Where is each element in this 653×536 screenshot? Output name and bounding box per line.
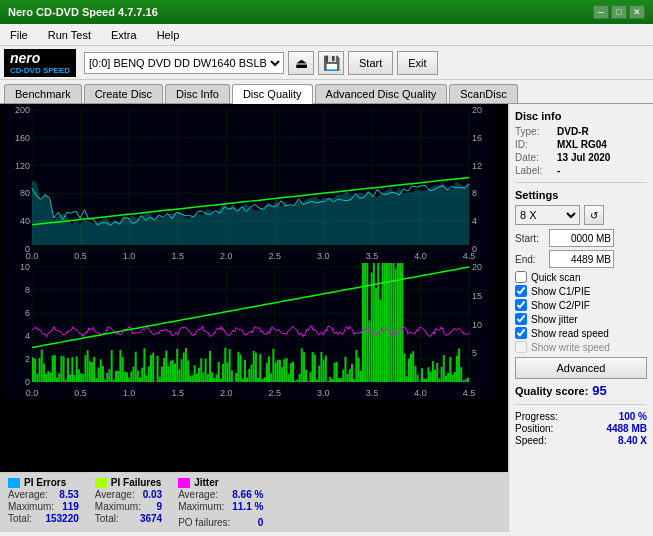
progress-value: 100 %	[619, 411, 647, 422]
pi-errors-label: PI Errors	[24, 477, 66, 488]
legend: PI Errors Average: 8.53 Maximum: 119 Tot…	[0, 472, 508, 532]
menu-help[interactable]: Help	[151, 27, 186, 43]
save-icon-button[interactable]: 💾	[318, 51, 344, 75]
pi-errors-color	[8, 478, 20, 488]
end-mb-label: End:	[515, 254, 545, 265]
settings-title: Settings	[515, 189, 647, 201]
speed-label: Speed:	[515, 435, 547, 446]
end-mb-input[interactable]	[549, 250, 614, 268]
date-label: Date:	[515, 152, 553, 163]
pi-max-value: 119	[62, 501, 79, 512]
show-read-speed-checkbox[interactable]	[515, 327, 527, 339]
disc-label-row: Label: -	[515, 165, 647, 176]
logo-nero: nero	[10, 50, 70, 66]
jitter-max-value: 11.1 %	[232, 501, 263, 512]
speed-row-progress: Speed: 8.40 X	[515, 435, 647, 446]
jitter-avg-value: 8.66 %	[232, 489, 263, 500]
id-label: ID:	[515, 139, 553, 150]
label-value: -	[557, 165, 560, 176]
pif-max-label: Maximum:	[95, 501, 141, 512]
start-button[interactable]: Start	[348, 51, 393, 75]
tab-create-disc[interactable]: Create Disc	[84, 84, 163, 103]
label-label: Label:	[515, 165, 553, 176]
pif-total-label: Total:	[95, 513, 119, 524]
pi-avg-value: 8.53	[59, 489, 78, 500]
pi-failures-color	[95, 478, 107, 488]
app-title: Nero CD-DVD Speed 4.7.7.16	[8, 6, 158, 18]
menu-file[interactable]: File	[4, 27, 34, 43]
quick-scan-label: Quick scan	[531, 272, 580, 283]
show-jitter-checkbox[interactable]	[515, 313, 527, 325]
speed-select[interactable]: 8 X	[515, 205, 580, 225]
eject-icon-button[interactable]: ⏏	[288, 51, 314, 75]
quick-scan-checkbox[interactable]	[515, 271, 527, 283]
menu-run-test[interactable]: Run Test	[42, 27, 97, 43]
jitter-label: Jitter	[194, 477, 218, 488]
tab-scandisc[interactable]: ScanDisc	[449, 84, 517, 103]
tab-disc-quality[interactable]: Disc Quality	[232, 84, 313, 104]
speed-value: 8.40 X	[618, 435, 647, 446]
pi-max-label: Maximum:	[8, 501, 54, 512]
tab-benchmark[interactable]: Benchmark	[4, 84, 82, 103]
show-c2-checkbox[interactable]	[515, 299, 527, 311]
start-mb-row: Start:	[515, 229, 647, 247]
progress-row: Progress: 100 %	[515, 411, 647, 422]
pi-failures-label: PI Failures	[111, 477, 162, 488]
main-content: PI Errors Average: 8.53 Maximum: 119 Tot…	[0, 104, 653, 532]
position-label: Position:	[515, 423, 553, 434]
type-label: Type:	[515, 126, 553, 137]
pi-errors-legend: PI Errors Average: 8.53 Maximum: 119 Tot…	[8, 477, 79, 528]
po-failures-label: PO failures:	[178, 517, 230, 528]
menu-extra[interactable]: Extra	[105, 27, 143, 43]
pif-total-value: 3674	[140, 513, 162, 524]
window-controls: ─ □ ✕	[593, 5, 645, 19]
progress-label: Progress:	[515, 411, 558, 422]
quality-score-label: Quality score:	[515, 385, 588, 397]
show-c2-row: Show C2/PIF	[515, 299, 647, 311]
show-read-speed-label: Show read speed	[531, 328, 609, 339]
show-read-speed-row: Show read speed	[515, 327, 647, 339]
show-jitter-row: Show jitter	[515, 313, 647, 325]
show-c1-label: Show C1/PIE	[531, 286, 590, 297]
disc-id-row: ID: MXL RG04	[515, 139, 647, 150]
minimize-button[interactable]: ─	[593, 5, 609, 19]
show-write-speed-checkbox	[515, 341, 527, 353]
show-write-speed-label: Show write speed	[531, 342, 610, 353]
drive-select[interactable]: [0:0] BENQ DVD DD DW1640 BSLB	[84, 52, 284, 74]
show-jitter-label: Show jitter	[531, 314, 578, 325]
show-c1-checkbox[interactable]	[515, 285, 527, 297]
title-bar: Nero CD-DVD Speed 4.7.7.16 ─ □ ✕	[0, 0, 653, 24]
disc-type-row: Type: DVD-R	[515, 126, 647, 137]
menu-bar: File Run Test Extra Help	[0, 24, 653, 46]
quality-row: Quality score: 95	[515, 383, 647, 398]
quality-score-value: 95	[592, 383, 606, 398]
date-value: 13 Jul 2020	[557, 152, 610, 163]
show-c1-row: Show C1/PIE	[515, 285, 647, 297]
pif-avg-value: 0.03	[143, 489, 162, 500]
refresh-icon-button[interactable]: ↺	[584, 205, 604, 225]
tab-bar: Benchmark Create Disc Disc Info Disc Qua…	[0, 80, 653, 104]
logo: nero CD·DVD SPEED	[4, 49, 76, 77]
disc-date-row: Date: 13 Jul 2020	[515, 152, 647, 163]
logo-sub: CD·DVD SPEED	[10, 66, 70, 75]
exit-button[interactable]: Exit	[397, 51, 437, 75]
start-mb-input[interactable]	[549, 229, 614, 247]
close-button[interactable]: ✕	[629, 5, 645, 19]
maximize-button[interactable]: □	[611, 5, 627, 19]
position-row: Position: 4488 MB	[515, 423, 647, 434]
toolbar: nero CD·DVD SPEED [0:0] BENQ DVD DD DW16…	[0, 46, 653, 80]
right-panel: Disc info Type: DVD-R ID: MXL RG04 Date:…	[508, 104, 653, 532]
start-mb-label: Start:	[515, 233, 545, 244]
pi-avg-label: Average:	[8, 489, 48, 500]
tab-advanced-disc-quality[interactable]: Advanced Disc Quality	[315, 84, 448, 103]
pif-avg-label: Average:	[95, 489, 135, 500]
jitter-max-label: Maximum:	[178, 501, 224, 512]
type-value: DVD-R	[557, 126, 589, 137]
show-c2-label: Show C2/PIF	[531, 300, 590, 311]
tab-disc-info[interactable]: Disc Info	[165, 84, 230, 103]
pi-failures-legend: PI Failures Average: 0.03 Maximum: 9 Tot…	[95, 477, 162, 528]
jitter-legend: Jitter Average: 8.66 % Maximum: 11.1 % P…	[178, 477, 263, 528]
advanced-button[interactable]: Advanced	[515, 357, 647, 379]
id-value: MXL RG04	[557, 139, 607, 150]
position-value: 4488 MB	[606, 423, 647, 434]
